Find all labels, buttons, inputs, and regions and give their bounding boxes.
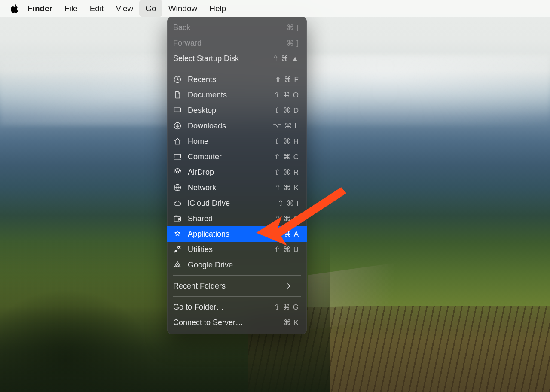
menu-item-label: Desktop [188,106,274,115]
menu-item-shortcut: ⇧ ⌘ D [274,106,299,115]
menu-divider [173,296,301,297]
shared-icon [173,214,182,223]
menu-item-label: Back [173,23,287,32]
menu-item-computer[interactable]: Computer⇧ ⌘ C [167,149,307,164]
network-icon [173,183,182,192]
menubar: Finder FileEditViewGoWindowHelp [0,0,550,17]
apple-menu-icon[interactable] [10,4,20,13]
menu-item-shortcut: ⇧ ⌘ A [275,230,299,239]
menu-item-label: Go to Folder… [173,303,274,312]
menubar-item-help[interactable]: Help [203,0,232,17]
menu-item-desktop[interactable]: Desktop⇧ ⌘ D [167,103,307,118]
menu-item-shortcut: ⇧ ⌘ I [278,199,299,208]
menubar-app-name[interactable]: Finder [28,0,58,17]
menu-item-documents[interactable]: Documents⇧ ⌘ O [167,87,307,103]
menu-item-connect-to-server[interactable]: Connect to Server…⌘ K [167,315,307,330]
menu-item-go-to-folder[interactable]: Go to Folder…⇧ ⌘ G [167,299,307,315]
menu-item-label: iCloud Drive [188,199,278,208]
applications-icon [173,230,182,238]
menu-item-shortcut: ⇧ ⌘ H [274,137,299,146]
utilities-icon [173,245,182,254]
menu-item-back: Back⌘ [ [167,20,307,35]
menu-item-network[interactable]: Network⇧ ⌘ K [167,180,307,195]
menu-item-shortcut: ⇧ ⌘ O [274,91,299,100]
menu-item-google-drive[interactable]: Google Drive [167,257,307,273]
desktop-icon [173,106,182,115]
menu-item-downloads[interactable]: Downloads⌥ ⌘ L [167,118,307,134]
menu-item-label: Google Drive [188,261,299,270]
menu-item-applications[interactable]: Applications⇧ ⌘ A [167,226,307,242]
menu-item-label: Applications [188,230,275,239]
menu-item-shared[interactable]: Shared⇧ ⌘ S [167,211,307,226]
menu-item-label: Computer [188,152,274,161]
computer-icon [173,152,182,161]
cloud-icon [173,199,182,207]
menu-item-label: Forward [173,39,287,48]
airdrop-icon [173,168,182,176]
menubar-item-view[interactable]: View [110,0,139,17]
menu-item-label: Downloads [188,122,273,131]
menu-item-label: Shared [188,214,275,223]
menu-item-recents[interactable]: Recents⇧ ⌘ F [167,72,307,87]
menu-item-shortcut: ⇧ ⌘ K [275,183,299,192]
menu-item-forward: Forward⌘ ] [167,35,307,51]
menu-divider [173,69,301,69]
menu-item-shortcut: ⇧ ⌘ S [275,214,299,223]
menu-item-shortcut: ⇧ ⌘ F [275,75,299,84]
menu-item-label: Select Startup Disk [173,54,272,63]
menu-item-shortcut: ⇧ ⌘ G [274,303,299,312]
menu-item-shortcut: ⌘ [ [287,23,299,32]
menu-item-label: Home [188,137,274,146]
go-menu-dropdown: Back⌘ [Forward⌘ ]Select Startup Disk⇧ ⌘ … [167,16,307,334]
menu-item-label: AirDrop [188,168,274,177]
menu-item-recent-folders[interactable]: Recent Folders [167,278,307,294]
clock-icon [173,75,182,84]
menu-item-shortcut: ⇧ ⌘ R [274,168,299,177]
menu-item-utilities[interactable]: Utilities⇧ ⌘ U [167,242,307,257]
menu-item-shortcut: ⇧ ⌘ C [274,152,299,161]
menubar-item-edit[interactable]: Edit [84,0,110,17]
menu-item-label: Recent Folders [173,282,299,291]
menu-item-airdrop[interactable]: AirDrop⇧ ⌘ R [167,164,307,180]
home-icon [173,137,182,146]
menubar-item-window[interactable]: Window [162,0,204,17]
menu-item-label: Recents [188,75,275,84]
menu-item-label: Documents [188,91,274,100]
menu-item-label: Connect to Server… [173,318,284,327]
menu-item-shortcut: ⌘ ] [287,39,299,48]
menu-item-select-startup-disk[interactable]: Select Startup Disk⇧ ⌘ ▲ [167,51,307,66]
menu-item-shortcut: ⇧ ⌘ U [274,245,299,254]
menu-item-label: Utilities [188,245,274,254]
menu-item-home[interactable]: Home⇧ ⌘ H [167,134,307,149]
menu-item-shortcut: ⌥ ⌘ L [273,122,299,131]
menu-item-label: Network [188,183,275,192]
download-icon [173,122,182,130]
menu-divider [173,275,301,276]
menubar-item-file[interactable]: File [58,0,84,17]
menubar-item-go[interactable]: Go [139,0,162,17]
chevron-right-icon [284,282,293,290]
menu-item-icloud-drive[interactable]: iCloud Drive⇧ ⌘ I [167,195,307,211]
menu-item-shortcut: ⇧ ⌘ ▲ [272,54,299,63]
googledrive-icon [173,261,182,269]
menu-item-shortcut: ⌘ K [284,318,299,327]
document-icon [173,91,182,99]
